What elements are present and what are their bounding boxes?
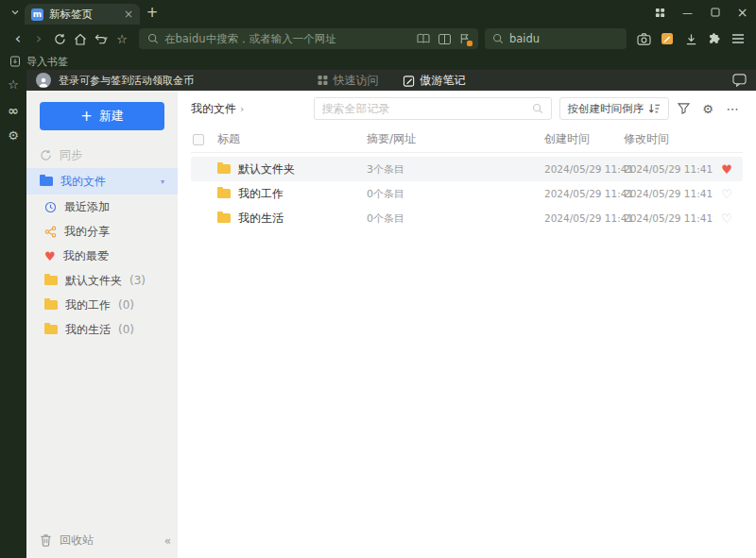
notes-sidebar: + 新建 同步 我的文件 ▾	[26, 91, 178, 558]
rail-favorites-star-icon[interactable]: ☆	[8, 77, 19, 92]
import-bookmarks-button[interactable]: 导入书签	[26, 55, 68, 69]
row-created: 2024/05/29 11:41	[544, 163, 624, 175]
notes-table: 标题 摘要/网址 创建时间 修改时间 默认文件夹	[191, 127, 743, 230]
split-screen-icon[interactable]	[438, 34, 451, 44]
sidebar-folder-life[interactable]: 我的生活 (0)	[26, 317, 178, 342]
blue-folder-icon	[40, 177, 53, 186]
folder-label: 我的生活	[65, 322, 111, 338]
maxnote-icon[interactable]	[657, 28, 678, 49]
user-avatar[interactable]	[36, 73, 51, 88]
browser-side-rail: ☆ ∞ ⚙	[0, 70, 26, 558]
sort-order-button[interactable]: 按创建时间倒序	[559, 97, 670, 120]
searchbar-magnifier-icon	[492, 33, 504, 44]
browser-tab[interactable]: m 新标签页 ×	[25, 4, 140, 25]
table-row[interactable]: 我的工作 0个条目 2024/05/29 11:41 2024/05/29 11…	[191, 181, 743, 206]
refresh-button[interactable]	[49, 28, 70, 49]
more-options-icon[interactable]: ⋯	[722, 98, 743, 119]
address-search-icon	[147, 33, 159, 44]
sidebar-item-shares[interactable]: 我的分享	[26, 219, 178, 244]
recent-label: 最近添加	[64, 199, 110, 215]
undo-button[interactable]: ▾	[91, 28, 112, 49]
layout-grid-icon[interactable]	[646, 0, 674, 25]
sidebar-item-my-files[interactable]: 我的文件 ▾	[26, 168, 178, 194]
table-header: 标题 摘要/网址 创建时间 修改时间	[191, 127, 743, 153]
table-row[interactable]: 默认文件夹 3个条目 2024/05/29 11:41 2024/05/29 1…	[191, 157, 743, 181]
main-menu-icon[interactable]	[728, 28, 748, 49]
new-tab-button[interactable]: +	[140, 4, 164, 21]
feedback-chat-icon[interactable]	[732, 74, 747, 87]
row-summary: 0个条目	[367, 187, 544, 201]
extensions-puzzle-icon[interactable]	[704, 28, 725, 49]
favorite-heart-outline-icon[interactable]: ♡	[713, 188, 741, 200]
notes-search-icon	[532, 103, 543, 114]
download-icon[interactable]	[680, 28, 701, 49]
maxnote-app: 登录可参与签到活动领取金币 快速访问 傲游笔记	[26, 70, 756, 558]
minimize-button[interactable]: —	[674, 0, 701, 25]
address-bar[interactable]	[139, 28, 478, 49]
row-title[interactable]: 我的工作	[238, 186, 284, 202]
row-summary: 0个条目	[367, 211, 544, 226]
favorites-label: 我的最爱	[63, 248, 109, 264]
row-title[interactable]: 我的生活	[238, 211, 284, 227]
sidebar-item-favorites[interactable]: ♥ 我的最爱	[26, 244, 178, 268]
close-button[interactable]: ×	[729, 0, 756, 25]
folder-icon	[217, 164, 231, 174]
trash-icon	[40, 533, 52, 547]
reader-mode-icon[interactable]	[417, 33, 430, 44]
tab-list-chevron-icon[interactable]	[8, 2, 23, 23]
rail-vbox-infinity-icon[interactable]: ∞	[8, 103, 19, 117]
breadcrumb[interactable]: 我的文件 ›	[191, 101, 244, 117]
favorite-heart-outline-icon[interactable]: ♡	[713, 212, 741, 225]
maximize-button[interactable]	[701, 0, 729, 25]
new-note-button[interactable]: + 新建	[40, 102, 164, 130]
tab-quick-access[interactable]: 快速访问	[318, 73, 379, 89]
my-files-chevron-icon[interactable]: ▾	[161, 178, 164, 186]
sort-descending-icon	[648, 103, 661, 114]
notes-search-box[interactable]	[314, 97, 552, 120]
view-settings-gear-icon[interactable]: ⚙	[697, 98, 718, 119]
collapse-sidebar-icon[interactable]: «	[164, 535, 171, 547]
sync-icon	[40, 149, 52, 161]
back-button[interactable]: ‹	[8, 28, 28, 49]
screenshot-camera-icon[interactable]	[633, 28, 654, 49]
address-bar-actions	[417, 33, 470, 44]
select-all-checkbox[interactable]	[193, 134, 204, 145]
flag-notification-icon[interactable]	[459, 33, 470, 44]
notes-toolbar: 我的文件 › 按创建时间倒序	[191, 91, 743, 127]
undo-dropdown-caret-icon[interactable]: ▾	[104, 35, 108, 42]
folder-count: (0)	[118, 298, 134, 312]
tab-close-icon[interactable]: ×	[124, 8, 133, 20]
filter-funnel-icon[interactable]	[673, 98, 694, 119]
row-title[interactable]: 默认文件夹	[238, 161, 295, 178]
notes-main: 我的文件 › 按创建时间倒序	[178, 91, 756, 558]
address-input[interactable]	[164, 32, 411, 45]
favorite-heart-icon[interactable]: ♥	[713, 163, 741, 176]
column-summary[interactable]: 摘要/网址	[367, 131, 544, 147]
table-row[interactable]: 我的生活 0个条目 2024/05/29 11:41 2024/05/29 11…	[191, 206, 743, 230]
home-button[interactable]	[70, 28, 91, 49]
column-modified[interactable]: 修改时间	[624, 131, 713, 147]
sidebar-folder-work[interactable]: 我的工作 (0)	[26, 293, 178, 317]
sidebar-folder-default[interactable]: 默认文件夹 (3)	[26, 268, 178, 293]
row-modified: 2024/05/29 11:41	[624, 212, 713, 224]
notes-body: + 新建 同步 我的文件 ▾	[26, 91, 756, 558]
breadcrumb-current[interactable]: 我的文件	[191, 101, 236, 117]
toolbar-right-actions	[633, 28, 748, 49]
tab-maxnote-label: 傲游笔记	[421, 73, 466, 89]
plus-icon: +	[80, 110, 93, 124]
my-files-label: 我的文件	[60, 174, 106, 190]
forward-button[interactable]: ›	[28, 28, 49, 49]
notification-badge	[467, 41, 472, 46]
sidebar-item-recent[interactable]: 最近添加	[26, 194, 178, 219]
column-title[interactable]: 标题	[217, 131, 367, 147]
tab-maxnote[interactable]: 傲游笔记	[404, 73, 466, 89]
favorite-star-button[interactable]: ☆	[112, 28, 132, 49]
folder-icon	[217, 189, 231, 198]
sidebar-item-sync[interactable]: 同步	[26, 142, 178, 168]
rail-settings-gear-icon[interactable]: ⚙	[8, 128, 19, 143]
column-created[interactable]: 创建时间	[544, 131, 624, 147]
sidebar-item-recycle-bin[interactable]: 回收站	[26, 522, 178, 558]
login-promo-text[interactable]: 登录可参与签到活动领取金币	[59, 74, 194, 88]
search-engine-bar[interactable]: baidu	[485, 28, 627, 49]
notes-search-input[interactable]	[322, 102, 526, 115]
